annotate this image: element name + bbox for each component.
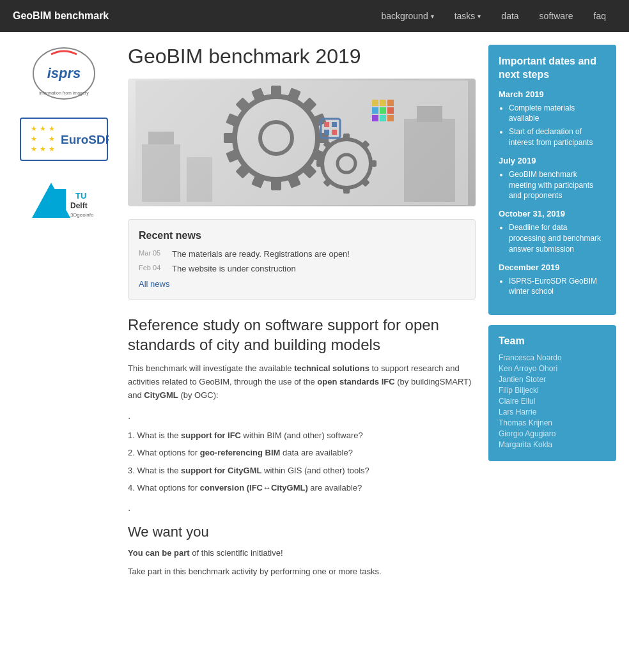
eurosdr-logo-block: ★ ★ ★ ★ ★ ★ ★ ★ EuroSDR xyxy=(13,117,115,164)
date-item: Complete materials available xyxy=(509,103,606,125)
important-dates-card: Important dates and next steps March 201… xyxy=(488,45,616,315)
date-july-items: GeoBIM benchmark meeting with participan… xyxy=(499,169,606,201)
nav-faq[interactable]: faq xyxy=(584,0,616,32)
team-member-2: Ken Arroyo Ohori xyxy=(499,364,606,373)
right-sidebar: Important dates and next steps March 201… xyxy=(488,45,616,586)
team-member-4: Filip Biljecki xyxy=(499,386,606,395)
news-date-2: Feb 04 xyxy=(139,264,164,271)
date-march-items: Complete materials available Start of de… xyxy=(499,103,606,148)
date-item: GeoBIM benchmark meeting with participan… xyxy=(509,169,606,201)
nav-items: background ▾ tasks ▾ data software faq xyxy=(371,0,617,32)
list-item-1: 1. What is the support for IFC within BI… xyxy=(128,429,476,442)
date-october-label: October 31, 2019 xyxy=(499,209,606,218)
technical-solutions-bold: technical solutions xyxy=(294,363,369,373)
news-text-1: The materials are ready. Registrations a… xyxy=(172,249,350,259)
svg-rect-64 xyxy=(324,130,329,135)
date-july-label: July 2019 xyxy=(499,156,606,165)
news-item-1: Mar 05 The materials are ready. Registra… xyxy=(139,249,465,259)
svg-rect-21 xyxy=(187,157,212,202)
team-member-6: Lars Harrie xyxy=(499,408,606,416)
eurosdr-logo-svg: ★ ★ ★ ★ ★ ★ ★ ★ EuroSDR xyxy=(19,117,109,162)
nav-data[interactable]: data xyxy=(491,0,529,32)
svg-text:★: ★ xyxy=(40,145,46,153)
svg-rect-14 xyxy=(54,189,66,218)
svg-text:★: ★ xyxy=(40,125,46,132)
list-item-4: 4. What options for conversion (IFC↔City… xyxy=(128,482,476,494)
svg-rect-26 xyxy=(271,86,281,98)
svg-rect-19 xyxy=(142,144,180,202)
team-member-1: Francesca Noardo xyxy=(499,353,606,362)
team-member-8: Giorgio Agugiaro xyxy=(499,429,606,438)
date-december-2019: December 2019 ISPRS-EuroSDR GeoBIM winte… xyxy=(499,263,606,298)
svg-text:★: ★ xyxy=(49,145,55,153)
team-member-7: Thomas Krijnen xyxy=(499,418,606,427)
svg-text:★: ★ xyxy=(31,145,37,153)
svg-text:EuroSDR: EuroSDR xyxy=(61,133,109,146)
svg-text:TU: TU xyxy=(75,191,86,201)
you-can-be-paragraph: You can be part of this scientific initi… xyxy=(128,547,476,560)
svg-rect-53 xyxy=(380,100,386,106)
question-list: 1. What is the support for IFC within BI… xyxy=(128,429,476,494)
hero-image xyxy=(128,79,476,206)
left-sidebar: isprs information from imagery ★ ★ ★ ★ ★… xyxy=(13,45,115,586)
svg-text:★: ★ xyxy=(49,125,55,132)
date-item: ISPRS-EuroSDR GeoBIM winter school xyxy=(509,276,606,298)
important-dates-title: Important dates and next steps xyxy=(499,55,606,82)
svg-rect-45 xyxy=(343,186,350,194)
svg-text:★: ★ xyxy=(31,135,37,142)
citygml-bold: CityGML xyxy=(144,390,178,400)
page-wrapper: isprs information from imagery ★ ★ ★ ★ ★… xyxy=(0,32,629,599)
svg-text:★: ★ xyxy=(49,135,55,142)
hero-svg xyxy=(136,80,468,205)
svg-rect-46 xyxy=(316,160,324,167)
nav-tasks[interactable]: tasks ▾ xyxy=(444,0,492,32)
svg-rect-57 xyxy=(387,107,394,114)
svg-text:information from imagery: information from imagery xyxy=(39,91,89,96)
we-want-heading: We want you xyxy=(128,524,476,540)
svg-text:3Dgeoinfo: 3Dgeoinfo xyxy=(70,212,94,218)
svg-text:★: ★ xyxy=(31,125,37,132)
svg-rect-55 xyxy=(372,107,378,114)
date-march-2019: March 2019 Complete materials available … xyxy=(499,89,606,148)
date-july-2019: July 2019 GeoBIM benchmark meeting with … xyxy=(499,156,606,201)
chevron-down-icon: ▾ xyxy=(431,13,434,20)
svg-text:Delft: Delft xyxy=(70,201,88,210)
svg-rect-59 xyxy=(380,115,386,121)
isprs-logo-block: isprs information from imagery xyxy=(13,45,115,104)
team-card: Team Francesca Noardo Ken Arroyo Ohori J… xyxy=(488,325,616,461)
date-december-label: December 2019 xyxy=(499,263,606,272)
tu-delft-logo-svg: TU Delft 3Dgeoinfo xyxy=(19,176,109,224)
tu-delft-logo-block: TU Delft 3Dgeoinfo xyxy=(13,176,115,226)
date-october-2019: October 31, 2019 Deadline for data proce… xyxy=(499,209,606,254)
svg-rect-56 xyxy=(380,107,386,114)
nav-background[interactable]: background ▾ xyxy=(371,0,444,32)
svg-rect-28 xyxy=(224,133,237,143)
svg-rect-22 xyxy=(404,119,455,202)
dot-separator-2: . xyxy=(128,502,476,514)
date-december-items: ISPRS-EuroSDR GeoBIM winter school xyxy=(499,276,606,298)
reference-heading: Reference study on software support for … xyxy=(128,315,476,355)
date-item: Deadline for data processing and benchma… xyxy=(509,222,606,254)
news-item-2: Feb 04 The website is under construction xyxy=(139,264,465,273)
news-text-2: The website is under construction xyxy=(172,264,296,273)
all-news-link[interactable]: All news xyxy=(139,279,169,289)
svg-rect-62 xyxy=(324,122,329,127)
you-can-be-bold: You can be part xyxy=(128,548,190,558)
svg-rect-58 xyxy=(372,115,378,121)
team-member-9: Margarita Kokla xyxy=(499,440,606,449)
svg-rect-20 xyxy=(148,132,174,144)
team-member-3: Jantien Stoter xyxy=(499,375,606,384)
news-box: Recent news Mar 05 The materials are rea… xyxy=(128,219,476,300)
svg-rect-65 xyxy=(332,130,337,135)
svg-rect-52 xyxy=(372,100,378,106)
svg-rect-47 xyxy=(369,160,377,167)
nav-software[interactable]: software xyxy=(529,0,584,32)
news-section-title: Recent news xyxy=(139,230,465,241)
svg-rect-23 xyxy=(417,106,442,122)
navbar: GeoBIM benchmark background ▾ tasks ▾ da… xyxy=(0,0,629,32)
team-member-5: Claire Ellul xyxy=(499,397,606,406)
svg-rect-54 xyxy=(387,100,394,106)
svg-text:isprs: isprs xyxy=(47,65,81,81)
list-item-2: 2. What options for geo-referencing BIM … xyxy=(128,447,476,459)
dot-separator-1: . xyxy=(128,410,476,422)
